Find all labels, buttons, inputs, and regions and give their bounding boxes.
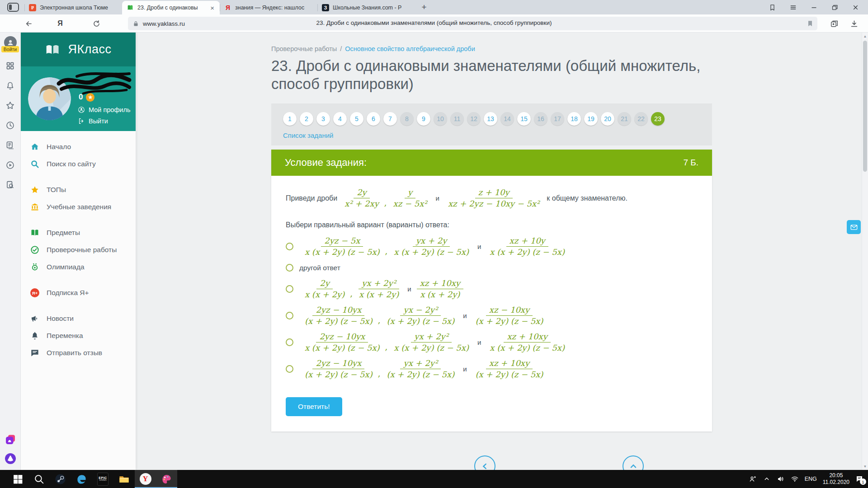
- menu-hamburger-icon[interactable]: [784, 1, 802, 14]
- taskbar-paint3d[interactable]: [156, 470, 177, 488]
- minimize-button[interactable]: [805, 1, 823, 14]
- download-icon[interactable]: [847, 17, 861, 30]
- bookmark-page-icon[interactable]: [807, 20, 814, 27]
- close-button[interactable]: [846, 1, 864, 14]
- sidebar-item-site-search[interactable]: Поиск по сайту: [21, 155, 136, 173]
- history-clock-icon[interactable]: [4, 118, 17, 132]
- apps-grid-icon[interactable]: [4, 59, 17, 72]
- yaklass-logo[interactable]: ЯКласс: [21, 33, 136, 66]
- page-number-button[interactable]: 1: [283, 112, 297, 126]
- page-number-button[interactable]: 13: [484, 112, 497, 126]
- sidebar-item-news[interactable]: Новости: [21, 310, 136, 327]
- scrollbar-up-arrow[interactable]: ▲: [862, 33, 868, 39]
- browser-login-button[interactable]: Войти: [1, 46, 19, 52]
- page-number-button[interactable]: 6: [367, 112, 380, 126]
- page-number-button[interactable]: 9: [417, 112, 430, 126]
- page-number-button[interactable]: 14: [500, 112, 514, 126]
- answer-option-2[interactable]: другой ответ: [286, 263, 698, 273]
- doc-search-icon[interactable]: [4, 178, 17, 192]
- bookmarks-flag-icon[interactable]: [763, 1, 781, 14]
- feedback-envelope-icon[interactable]: [847, 220, 861, 234]
- favorites-star-icon[interactable]: [4, 99, 17, 112]
- yandex-home-button[interactable]: Я: [53, 17, 67, 30]
- task-list-link[interactable]: Список заданий: [283, 131, 333, 139]
- reload-button[interactable]: [90, 17, 103, 30]
- page-number-button[interactable]: 19: [584, 112, 598, 126]
- answer-option-6[interactable]: 2yz − 10yx(x + 2y) (z − 5x),yx + 2y²(x +…: [286, 358, 698, 380]
- sidebar-item-feedback[interactable]: Отправить отзыв: [21, 344, 136, 361]
- taskbar-epic-games[interactable]: EPICGAMES: [92, 470, 113, 488]
- notifications-bell-icon[interactable]: [4, 79, 17, 92]
- restore-button[interactable]: [826, 1, 844, 14]
- radio-button[interactable]: [286, 312, 293, 319]
- volume-icon[interactable]: [777, 475, 785, 483]
- breadcrumb-current-link[interactable]: Основное свойство алгебраической дроби: [345, 45, 475, 52]
- taskbar-steam[interactable]: [50, 470, 71, 488]
- taskbar-file-explorer[interactable]: [113, 470, 135, 488]
- page-number-button[interactable]: 10: [434, 112, 447, 126]
- page-number-button[interactable]: 2: [300, 112, 313, 126]
- sid ebar-item-break[interactable]: Переменка: [21, 327, 136, 344]
- collections-icon[interactable]: [4, 433, 17, 446]
- sidebar-item-subjects[interactable]: Предметы: [21, 224, 136, 241]
- page-number-button[interactable]: 7: [383, 112, 397, 126]
- wifi-icon[interactable]: [791, 475, 799, 483]
- sidebar-item-home[interactable]: Начало: [21, 138, 136, 155]
- people-icon[interactable]: [749, 475, 757, 483]
- page-number-button[interactable]: 3: [316, 112, 330, 126]
- sidebar-item-olympiad[interactable]: Олимпиада: [21, 258, 136, 276]
- radio-button[interactable]: [286, 285, 293, 293]
- answer-option-1[interactable]: 2yz − 5xx (x + 2y) (z − 5x),yx + 2yx (x …: [286, 236, 698, 258]
- tab-yaklass[interactable]: 23. Дроби с одинаковы ×: [122, 1, 220, 14]
- page-number-button[interactable]: 18: [567, 112, 581, 126]
- sidebar-item-subscription[interactable]: Я+ Подписка Я+: [21, 284, 136, 301]
- tab-yandex-search[interactable]: Я знания — Яндекс: нашлос: [220, 1, 317, 14]
- answer-option-4[interactable]: 2yz − 10yx(x + 2y) (z − 5x),yx − 2y²(x +…: [286, 305, 698, 327]
- page-number-button[interactable]: 23: [651, 112, 665, 126]
- radio-button[interactable]: [286, 365, 293, 373]
- logout-link[interactable]: Выйти: [78, 117, 108, 125]
- collections-panel-icon[interactable]: [827, 17, 841, 30]
- page-number-button[interactable]: 20: [601, 112, 614, 126]
- notifications-icon[interactable]: 1: [855, 475, 863, 483]
- tab-school[interactable]: Электронная школа Тюме: [24, 1, 122, 14]
- sidebar-item-tops[interactable]: ТОПы: [21, 181, 136, 198]
- tray-chevron-up-icon[interactable]: [763, 475, 771, 483]
- page-number-button[interactable]: 15: [517, 112, 531, 126]
- tab-close-icon[interactable]: ×: [209, 4, 215, 12]
- radio-button[interactable]: [286, 243, 293, 250]
- scroll-top-button[interactable]: [623, 455, 644, 470]
- language-indicator[interactable]: ENG: [805, 476, 817, 482]
- page-number-button[interactable]: 11: [450, 112, 464, 126]
- sidebar-toggle-button[interactable]: [7, 3, 19, 12]
- answer-option-3[interactable]: 2yx (x + 2y),yx + 2y²x (x + 2y)иxz + 10x…: [286, 278, 698, 300]
- scrollbar-thumb[interactable]: [863, 41, 867, 172]
- sidebar-item-tests[interactable]: Проверочные работы: [21, 241, 136, 258]
- previous-task-button[interactable]: [474, 455, 495, 470]
- answer-option-5[interactable]: 2yz − 10yxx (x + 2y) (z − 5x),yx + 2y²x …: [286, 332, 698, 353]
- page-number-button[interactable]: 21: [618, 112, 631, 126]
- back-button[interactable]: [22, 17, 35, 30]
- notes-icon[interactable]: [4, 138, 17, 152]
- page-number-button[interactable]: 16: [534, 112, 547, 126]
- tab-znania[interactable]: З Школьные Знания.com - Р: [317, 1, 415, 14]
- page-number-button[interactable]: 22: [634, 112, 648, 126]
- page-number-button[interactable]: 4: [333, 112, 347, 126]
- my-profile-link[interactable]: Мой профиль: [78, 106, 130, 113]
- page-number-button[interactable]: 12: [467, 112, 481, 126]
- radio-button[interactable]: [286, 338, 293, 346]
- taskbar-start[interactable]: [7, 470, 28, 488]
- taskbar-search[interactable]: [28, 470, 50, 488]
- taskbar-edge[interactable]: [71, 470, 92, 488]
- video-play-icon[interactable]: [4, 158, 17, 172]
- clock[interactable]: 20:05 11.02.2020: [823, 472, 849, 486]
- page-number-button[interactable]: 8: [400, 112, 414, 126]
- page-number-button[interactable]: 5: [350, 112, 363, 126]
- page-number-button[interactable]: 17: [551, 112, 564, 126]
- taskbar-yandex-browser[interactable]: Y: [135, 470, 156, 488]
- new-tab-button[interactable]: +: [418, 1, 430, 14]
- scrollbar-down-arrow[interactable]: ▼: [862, 463, 868, 469]
- alice-icon[interactable]: [4, 452, 17, 465]
- sidebar-item-institutions[interactable]: Учебные заведения: [21, 198, 136, 216]
- radio-button[interactable]: [286, 264, 293, 272]
